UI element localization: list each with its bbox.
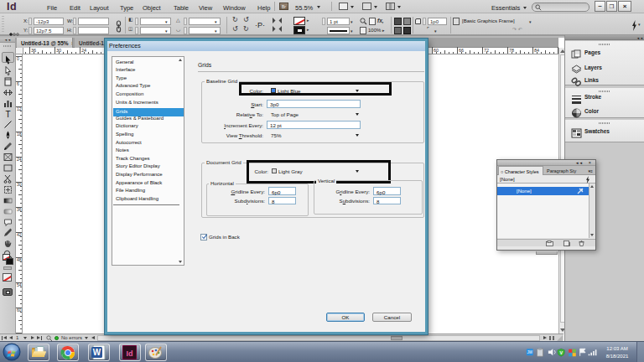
svg-text:V: V [559,350,563,355]
svg-text:JW: JW [527,350,533,354]
svg-text:W: W [93,348,101,357]
svg-text:Id: Id [127,349,133,358]
